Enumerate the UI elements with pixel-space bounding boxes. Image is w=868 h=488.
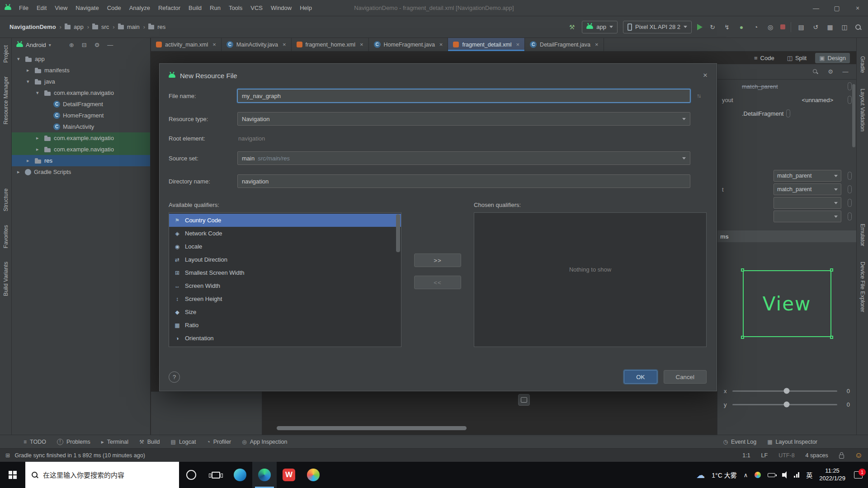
toolbar-action-icon[interactable]: ● bbox=[737, 23, 746, 32]
menu-item[interactable]: Code bbox=[103, 0, 125, 15]
image-tool-button[interactable] bbox=[518, 394, 530, 406]
menu-item[interactable]: Edit bbox=[33, 0, 51, 15]
tool-window-button[interactable]: Emulator bbox=[859, 224, 866, 246]
tool-window-button[interactable]: ! Problems bbox=[52, 439, 96, 445]
toolbar-action-icon[interactable]: ▤ bbox=[797, 23, 806, 32]
pinned-app-button[interactable] bbox=[301, 462, 326, 488]
qualifier-item[interactable]: ◆ Size bbox=[169, 305, 401, 319]
menu-item[interactable]: Refactor bbox=[154, 0, 184, 15]
cortana-button[interactable] bbox=[179, 462, 203, 488]
edge-button[interactable] bbox=[228, 462, 252, 488]
updown-icon[interactable]: ↑↓ bbox=[690, 93, 707, 99]
lock-icon[interactable] bbox=[839, 455, 844, 459]
close-tab-icon[interactable]: × bbox=[595, 41, 599, 48]
list-scrollbar[interactable] bbox=[396, 214, 400, 252]
toolbar-action-icon[interactable]: ◫ bbox=[840, 23, 849, 32]
vertical-scrollbar[interactable] bbox=[852, 84, 855, 147]
resize-handle[interactable] bbox=[741, 336, 744, 339]
project-header-icon[interactable]: — bbox=[107, 42, 113, 48]
dialog-close-icon[interactable]: × bbox=[703, 71, 708, 80]
tray-expand-icon[interactable]: ∧ bbox=[744, 472, 748, 479]
resize-handle[interactable] bbox=[830, 268, 833, 272]
menu-item[interactable]: View bbox=[51, 0, 71, 15]
notification-center-icon[interactable]: 1 bbox=[854, 471, 863, 479]
tool-window-button[interactable]: ◎ App Inspection bbox=[236, 439, 292, 445]
tool-window-button[interactable]: Gradle bbox=[859, 56, 866, 73]
attribute-value-select[interactable] bbox=[774, 197, 841, 209]
menu-item[interactable]: File bbox=[15, 0, 33, 15]
run-config-select[interactable]: app bbox=[582, 21, 618, 33]
tool-window-button[interactable]: ◷ Event Log bbox=[717, 439, 762, 445]
tree-row[interactable]: ▸ com.example.navigatio bbox=[12, 144, 150, 155]
tool-window-button[interactable]: Favorites bbox=[3, 225, 9, 248]
toolbar-action-icon[interactable]: ↺ bbox=[811, 23, 820, 32]
toolbar-action-icon[interactable]: ◔ bbox=[751, 23, 760, 32]
minimize-button[interactable]: — bbox=[806, 0, 826, 16]
tool-window-button[interactable]: ⚒ Build bbox=[134, 439, 165, 445]
tray-app-icon[interactable] bbox=[755, 472, 761, 478]
tool-window-button[interactable]: ▸ Terminal bbox=[96, 439, 134, 445]
id-value[interactable]: <unnamed> bbox=[802, 97, 833, 103]
attribute-value-select[interactable] bbox=[774, 211, 841, 222]
editor-tab[interactable]: fragment_home.xml × bbox=[292, 38, 369, 51]
value-picker-icon[interactable] bbox=[848, 185, 852, 193]
feedback-smiley-icon[interactable]: ☺ bbox=[855, 451, 863, 460]
attribute-value-select[interactable]: match_parent bbox=[774, 170, 841, 182]
editor-tab[interactable]: fragment_detail.xml × bbox=[448, 38, 525, 51]
menu-item[interactable]: Run bbox=[206, 0, 225, 15]
clock[interactable]: 11:25 2022/1/29 bbox=[819, 467, 845, 483]
editor-tab[interactable]: MainActivity.java × bbox=[222, 38, 292, 51]
tree-row[interactable]: MainActivity bbox=[12, 121, 150, 132]
view-mode-button[interactable]: ▣ Design bbox=[815, 53, 850, 63]
editor-tab[interactable]: DetailFragment.java × bbox=[525, 38, 604, 51]
project-header-icon[interactable]: ⊕ bbox=[69, 42, 74, 48]
add-qualifier-button[interactable]: >> bbox=[414, 253, 461, 267]
network-icon[interactable] bbox=[794, 472, 799, 478]
editor-tab[interactable]: activity_main.xml × bbox=[151, 38, 222, 51]
attributes-toolbar-icon[interactable]: ⚙ bbox=[827, 68, 834, 75]
android-studio-taskbar-button[interactable] bbox=[252, 462, 277, 488]
tool-window-button[interactable]: ◔ Profiler bbox=[201, 439, 236, 445]
tree-chevron-icon[interactable]: ▾ bbox=[17, 56, 25, 62]
breadcrumb-item[interactable]: › src bbox=[87, 23, 109, 30]
task-view-button[interactable] bbox=[203, 462, 228, 488]
weather-cloud-icon[interactable]: ☁ bbox=[696, 470, 705, 480]
value-picker-icon[interactable] bbox=[786, 109, 790, 117]
qualifier-item[interactable]: ⇄ Layout Direction bbox=[169, 253, 401, 266]
cancel-button[interactable]: Cancel bbox=[664, 370, 707, 384]
tool-window-button[interactable]: ≡ TODO bbox=[18, 439, 52, 445]
view-mode-button[interactable]: ◫ Split bbox=[783, 53, 811, 63]
breadcrumb-item[interactable]: › app bbox=[60, 23, 84, 30]
battery-icon[interactable] bbox=[768, 473, 775, 477]
tool-window-button[interactable]: ▤ Logcat bbox=[165, 439, 202, 445]
source-set-select[interactable]: main src/main/res bbox=[237, 151, 690, 165]
toolbar-action-icon[interactable]: ▦ bbox=[826, 23, 835, 32]
qualifier-item[interactable]: ▦ Ratio bbox=[169, 319, 401, 332]
attributes-toolbar-icon[interactable] bbox=[812, 68, 819, 75]
tree-row[interactable]: ▾ java bbox=[12, 76, 150, 87]
remove-qualifier-button[interactable]: << bbox=[414, 276, 461, 289]
resource-type-select[interactable]: Navigation bbox=[237, 112, 690, 126]
wps-button[interactable]: W bbox=[277, 462, 301, 488]
tool-window-button[interactable]: Resource Manager bbox=[3, 76, 9, 124]
menu-item[interactable]: Build bbox=[184, 0, 206, 15]
tree-chevron-icon[interactable]: ▾ bbox=[27, 79, 34, 84]
slider-thumb[interactable] bbox=[784, 388, 790, 394]
value-picker-icon[interactable] bbox=[848, 82, 852, 90]
menu-item[interactable]: Analyze bbox=[125, 0, 154, 15]
horizontal-scrollbar[interactable] bbox=[277, 426, 467, 430]
menu-item[interactable]: Tools bbox=[225, 0, 246, 15]
tree-chevron-icon[interactable]: ▸ bbox=[36, 146, 44, 152]
tool-window-button[interactable]: ▦ Layout Inspector bbox=[762, 439, 823, 445]
menu-item[interactable]: Window bbox=[267, 0, 296, 15]
tree-row[interactable]: ▸ manifests bbox=[12, 65, 150, 76]
qualifier-item[interactable]: ◉ Locale bbox=[169, 240, 401, 253]
toolbar-action-icon[interactable]: ↯ bbox=[722, 23, 731, 32]
toolbar-action-icon[interactable]: ↻ bbox=[708, 23, 717, 32]
close-tab-icon[interactable]: × bbox=[283, 41, 286, 48]
resize-handle[interactable] bbox=[830, 336, 833, 339]
tree-chevron-icon[interactable]: ▸ bbox=[27, 158, 34, 164]
value-picker-icon[interactable] bbox=[848, 199, 852, 207]
tool-window-button[interactable]: Layout Validation bbox=[859, 89, 866, 131]
maximize-button[interactable]: ▢ bbox=[826, 0, 847, 16]
